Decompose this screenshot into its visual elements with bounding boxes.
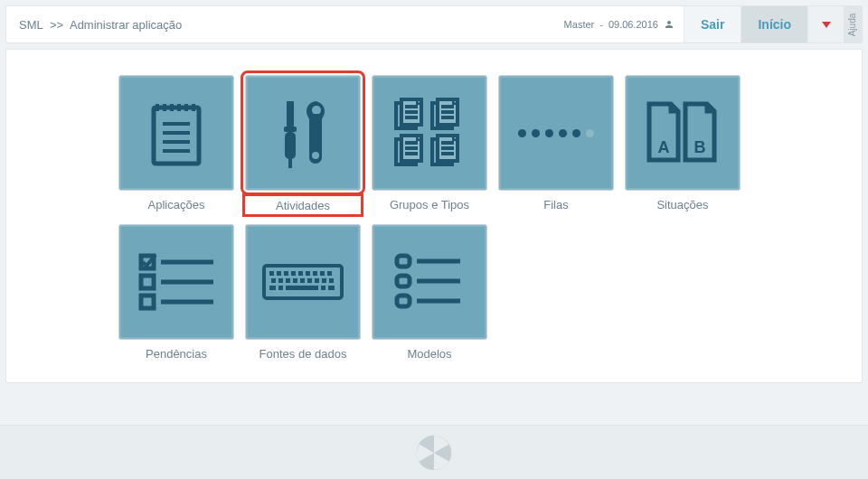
svg-rect-55 [278, 278, 283, 283]
svg-rect-53 [327, 271, 332, 276]
dots-icon [518, 129, 594, 137]
svg-rect-59 [307, 278, 312, 283]
svg-rect-64 [278, 286, 283, 290]
svg-rect-49 [298, 271, 303, 276]
breadcrumb-sep: >> [50, 18, 63, 32]
svg-rect-66 [321, 286, 326, 290]
documents-grid-icon [389, 92, 470, 174]
svg-rect-67 [328, 286, 335, 290]
breadcrumb-root[interactable]: SML [19, 18, 42, 32]
user-info: Master - 09.06.2016 [564, 19, 684, 30]
svg-rect-52 [320, 271, 325, 276]
svg-rect-14 [288, 159, 292, 168]
svg-rect-48 [291, 271, 296, 276]
tile-label: Pendências [146, 347, 207, 361]
svg-rect-60 [315, 278, 319, 283]
aperture-icon [415, 434, 453, 472]
svg-rect-50 [306, 271, 310, 276]
tile-grid: Aplicações Atividades [118, 75, 750, 361]
user-icon [664, 19, 675, 30]
breadcrumb-current: Administrar aplicação [70, 18, 182, 32]
svg-rect-57 [293, 278, 297, 283]
tile-filas[interactable]: Filas [497, 75, 615, 215]
svg-rect-62 [329, 278, 334, 283]
help-button[interactable]: Ajuda [844, 6, 862, 42]
more-dropdown[interactable] [807, 6, 844, 42]
chevron-down-icon [822, 22, 831, 28]
tile-situacoes[interactable]: A B Situações [624, 75, 741, 215]
tile-label: Aplicações [148, 198, 205, 211]
svg-rect-63 [269, 286, 276, 290]
logout-button[interactable]: Sair [684, 6, 741, 42]
svg-rect-56 [286, 278, 290, 283]
user-date: 09.06.2016 [609, 19, 658, 30]
svg-rect-45 [269, 271, 274, 276]
svg-rect-0 [154, 108, 199, 164]
tile-label: Filas [543, 198, 568, 211]
svg-rect-46 [277, 271, 281, 276]
svg-rect-12 [284, 127, 297, 132]
tile-pendencias[interactable]: Pendências [118, 224, 235, 361]
breadcrumb: SML >> Administrar aplicação [6, 18, 564, 32]
svg-rect-51 [313, 271, 317, 276]
svg-rect-72 [397, 296, 410, 306]
svg-rect-58 [300, 278, 305, 283]
top-bar: SML >> Administrar aplicação Master - 09… [5, 5, 863, 43]
keyboard-icon [262, 264, 344, 300]
footer [0, 425, 868, 479]
home-button[interactable]: Início [741, 6, 807, 42]
svg-rect-42 [141, 296, 154, 308]
tile-modelos[interactable]: Modelos [371, 224, 488, 361]
notepad-icon [145, 97, 208, 169]
checklist-icon [136, 250, 217, 314]
user-name: Master [564, 19, 595, 30]
svg-rect-13 [285, 132, 296, 159]
content-panel: Aplicações Atividades [5, 49, 863, 383]
svg-rect-70 [397, 276, 410, 286]
svg-rect-47 [284, 271, 288, 276]
svg-rect-65 [286, 286, 318, 290]
tile-label: Situações [656, 198, 708, 211]
tile-fontes[interactable]: Fontes de dados [244, 224, 362, 361]
svg-text:B: B [694, 138, 706, 156]
tile-label: Modelos [407, 347, 451, 361]
tile-grupos[interactable]: Grupos e Tipos [371, 75, 488, 215]
pages-ab-icon: A B [642, 97, 723, 169]
tile-label: Atividades [244, 195, 362, 215]
tools-icon [267, 92, 339, 174]
svg-rect-54 [271, 278, 276, 283]
tile-aplicacoes[interactable]: Aplicações [118, 75, 235, 215]
tile-label: Fontes de dados [259, 347, 347, 361]
tile-label: Grupos e Tipos [390, 198, 469, 211]
svg-text:A: A [658, 138, 670, 156]
list-rounded-icon [393, 250, 466, 314]
tile-atividades[interactable]: Atividades [244, 75, 362, 215]
svg-rect-11 [287, 101, 294, 127]
svg-rect-61 [322, 278, 326, 283]
svg-rect-68 [397, 256, 410, 267]
svg-point-15 [312, 152, 319, 159]
svg-rect-40 [141, 276, 154, 288]
